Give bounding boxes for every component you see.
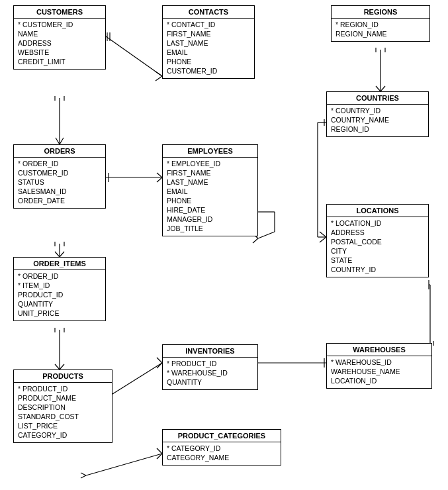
orders-field-4: ORDER_DATE xyxy=(17,196,103,205)
order-items-field-4: UNIT_PRICE xyxy=(17,309,103,318)
svg-line-39 xyxy=(157,363,162,368)
svg-line-19 xyxy=(320,237,326,242)
products-header: PRODUCTS xyxy=(14,370,112,383)
contacts-field-4: PHONE xyxy=(165,57,251,66)
locations-field-1: ADDRESS xyxy=(330,228,426,237)
locations-field-2: POSTAL_CODE xyxy=(330,237,426,246)
customers-header: CUSTOMERS xyxy=(14,6,105,19)
product-categories-field-0: * CATEGORY_ID xyxy=(165,444,278,453)
employees-field-0: * EMPLOYEE_ID xyxy=(165,159,255,168)
employees-field-7: JOB_TITLE xyxy=(165,224,255,233)
order-items-field-3: QUANTITY xyxy=(17,299,103,309)
svg-line-56 xyxy=(81,475,86,478)
customers-field-4: CREDIT_LIMIT xyxy=(17,57,103,66)
order-items-field-0: * ORDER_ID xyxy=(17,271,103,281)
svg-line-38 xyxy=(157,358,162,363)
order-items-field-1: * ITEM_ID xyxy=(17,281,103,290)
svg-line-24 xyxy=(258,232,275,238)
order-items-header: ORDER_ITEMS xyxy=(14,258,105,270)
svg-line-59 xyxy=(157,177,162,182)
order-items-field-2: PRODUCT_ID xyxy=(17,290,103,299)
er-diagram: CUSTOMERS * CUSTOMER_ID NAME ADDRESS WEB… xyxy=(0,0,448,490)
locations-header: LOCATIONS xyxy=(327,205,428,217)
inventories-body: * PRODUCT_ID * WAREHOUSE_ID QUANTITY xyxy=(163,358,257,389)
regions-body: * REGION_ID REGION_NAME xyxy=(332,19,429,41)
warehouses-header: WAREHOUSES xyxy=(327,344,431,356)
svg-line-7 xyxy=(60,138,64,144)
countries-field-1: COUNTRY_NAME xyxy=(330,115,426,124)
contacts-field-0: * CONTACT_ID xyxy=(165,20,251,29)
svg-line-18 xyxy=(320,232,326,237)
customers-field-1: NAME xyxy=(17,29,103,38)
regions-field-0: * REGION_ID xyxy=(334,20,427,29)
inventories-field-0: * PRODUCT_ID xyxy=(165,359,255,368)
svg-line-6 xyxy=(56,138,60,144)
locations-field-3: CITY xyxy=(330,246,426,256)
svg-line-54 xyxy=(157,454,162,459)
contacts-field-1: FIRST_NAME xyxy=(165,29,251,38)
employees-field-2: LAST_NAME xyxy=(165,177,255,187)
countries-table: COUNTRIES * COUNTRY_ID COUNTRY_NAME REGI… xyxy=(326,91,429,137)
product-categories-table: PRODUCT_CATEGORIES * CATEGORY_ID CATEGOR… xyxy=(162,429,281,466)
product-categories-field-1: CATEGORY_NAME xyxy=(165,453,278,462)
employees-body: * EMPLOYEE_ID FIRST_NAME LAST_NAME EMAIL… xyxy=(163,158,257,236)
svg-line-33 xyxy=(55,364,60,369)
locations-field-4: STATE xyxy=(330,256,426,265)
countries-field-0: * COUNTRY_ID xyxy=(330,106,426,115)
svg-line-12 xyxy=(381,86,385,91)
orders-field-2: STATUS xyxy=(17,177,103,187)
employees-header: EMPLOYEES xyxy=(163,145,257,158)
orders-field-1: CUSTOMER_ID xyxy=(17,168,103,177)
locations-field-0: * LOCATION_ID xyxy=(330,219,426,228)
products-body: * PRODUCT_ID PRODUCT_NAME DESCRIPTION ST… xyxy=(14,383,112,442)
countries-body: * COUNTRY_ID COUNTRY_NAME REGION_ID xyxy=(327,105,428,136)
svg-line-58 xyxy=(157,173,162,177)
product-categories-header: PRODUCT_CATEGORIES xyxy=(163,430,281,442)
order-items-body: * ORDER_ID * ITEM_ID PRODUCT_ID QUANTITY… xyxy=(14,270,105,320)
warehouses-body: * WAREHOUSE_ID WAREHOUSE_NAME LOCATION_I… xyxy=(327,356,431,388)
products-field-1: PRODUCT_NAME xyxy=(17,393,109,403)
warehouses-table: WAREHOUSES * WAREHOUSE_ID WAREHOUSE_NAME… xyxy=(326,343,432,389)
regions-header: REGIONS xyxy=(332,6,429,19)
customers-body: * CUSTOMER_ID NAME ADDRESS WEBSITE CREDI… xyxy=(14,19,105,69)
warehouses-field-0: * WAREHOUSE_ID xyxy=(330,358,429,367)
svg-line-53 xyxy=(157,448,162,454)
customers-field-3: WEBSITE xyxy=(17,48,103,57)
svg-line-11 xyxy=(376,86,381,91)
svg-line-28 xyxy=(55,252,60,257)
svg-line-0 xyxy=(106,36,162,76)
products-field-2: DESCRIPTION xyxy=(17,403,109,412)
customers-table: CUSTOMERS * CUSTOMER_ID NAME ADDRESS WEB… xyxy=(13,5,106,70)
svg-line-26 xyxy=(253,238,258,243)
orders-field-3: SALESMAN_ID xyxy=(17,187,103,196)
regions-table: REGIONS * REGION_ID REGION_NAME xyxy=(331,5,430,42)
svg-line-52 xyxy=(86,454,162,475)
inventories-header: INVENTORIES xyxy=(163,345,257,358)
employees-field-3: EMAIL xyxy=(165,187,255,196)
employees-field-1: FIRST_NAME xyxy=(165,168,255,177)
svg-line-34 xyxy=(60,364,64,369)
countries-header: COUNTRIES xyxy=(327,92,428,105)
locations-table: LOCATIONS * LOCATION_ID ADDRESS POSTAL_C… xyxy=(326,204,429,277)
customers-field-0: * CUSTOMER_ID xyxy=(17,20,103,29)
employees-table: EMPLOYEES * EMPLOYEE_ID FIRST_NAME LAST_… xyxy=(162,144,258,236)
countries-field-2: REGION_ID xyxy=(330,124,426,134)
warehouses-field-1: WAREHOUSE_NAME xyxy=(330,367,429,376)
products-field-4: LIST_PRICE xyxy=(17,421,109,430)
contacts-header: CONTACTS xyxy=(163,6,254,19)
svg-line-37 xyxy=(112,363,162,394)
products-table: PRODUCTS * PRODUCT_ID PRODUCT_NAME DESCR… xyxy=(13,369,112,443)
orders-table: ORDERS * ORDER_ID CUSTOMER_ID STATUS SAL… xyxy=(13,144,106,209)
svg-line-2 xyxy=(156,76,162,81)
locations-field-5: COUNTRY_ID xyxy=(330,265,426,274)
inventories-table: INVENTORIES * PRODUCT_ID * WAREHOUSE_ID … xyxy=(162,344,258,390)
svg-line-55 xyxy=(81,473,86,475)
products-field-3: STANDARD_COST xyxy=(17,412,109,421)
order-items-table: ORDER_ITEMS * ORDER_ID * ITEM_ID PRODUCT… xyxy=(13,257,106,321)
svg-line-1 xyxy=(156,72,162,76)
inventories-field-1: * WAREHOUSE_ID xyxy=(165,368,255,377)
employees-field-6: MANAGER_ID xyxy=(165,215,255,224)
products-field-0: * PRODUCT_ID xyxy=(17,384,109,393)
employees-field-5: HIRE_DATE xyxy=(165,205,255,215)
contacts-field-3: EMAIL xyxy=(165,48,251,57)
